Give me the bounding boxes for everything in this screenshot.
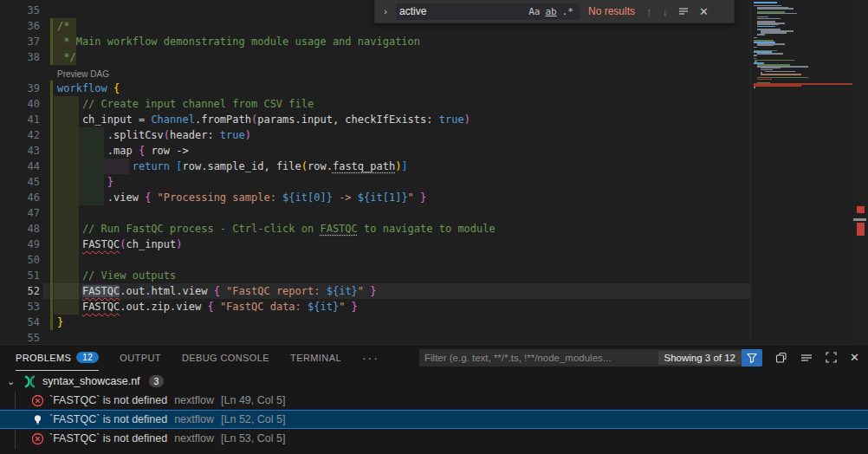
maximize-panel-icon[interactable] [826, 352, 837, 363]
code-token: } [57, 176, 113, 188]
tab-problems-label: PROBLEMS [16, 353, 71, 363]
code-line-42[interactable]: 42 .splitCsv(header: true) [0, 127, 750, 143]
code-token: ( [120, 238, 126, 250]
regex-icon[interactable]: .* [560, 6, 576, 17]
view-as-table-icon[interactable] [800, 352, 813, 364]
problems-file-row[interactable]: ⌄ syntax_showcase.nf 3 [0, 372, 868, 391]
code-token: header: [170, 129, 220, 141]
code-token: .out.html.view [120, 285, 213, 297]
code-line-49[interactable]: 49 FASTQC(ch_input) [0, 237, 750, 252]
error-icon [31, 432, 44, 445]
toggle-replace-icon[interactable]: › [380, 6, 391, 16]
whole-word-icon[interactable]: ab [543, 6, 560, 17]
code-token: .fromPath [195, 114, 251, 126]
line-number: 39 [0, 81, 40, 96]
code-line-43[interactable]: 43 .map { row -> [0, 143, 750, 159]
find-next-icon[interactable]: ↓ [660, 5, 671, 18]
chevron-down-icon[interactable]: ⌄ [7, 376, 23, 387]
code-line-53[interactable]: 53 FASTQC.out.zip.view { "FastQC data: $… [0, 299, 750, 315]
tab-output[interactable]: OUTPUT [120, 345, 161, 371]
line-number: 38 [0, 49, 40, 65]
code-text: } [57, 315, 63, 330]
code-token: true [439, 114, 464, 126]
line-number: 40 [0, 96, 40, 112]
close-panel-icon[interactable]: ✕ [850, 351, 859, 364]
views-icon[interactable] [775, 352, 787, 364]
code-token: "FastQC report: [220, 285, 327, 297]
tab-terminal[interactable]: TERMINAL [290, 345, 341, 371]
git-gutter-indicator [50, 237, 53, 252]
minimap[interactable] [750, 0, 852, 344]
git-gutter-indicator [50, 112, 53, 127]
tab-problems[interactable]: PROBLEMS 12 [16, 345, 99, 371]
code-line-37[interactable]: 37 * Main workflow demonstrating module … [0, 34, 750, 49]
code-token: { [207, 301, 213, 313]
indent-guide-band [54, 252, 79, 268]
code-token: } [370, 285, 376, 297]
line-number: 52 [0, 283, 40, 299]
code-line-50[interactable]: 50 [0, 252, 750, 268]
problem-row[interactable]: `FASTQC` is not definednextflow[Ln 49, C… [0, 391, 868, 410]
problem-location: [Ln 52, Col 5] [221, 413, 285, 425]
code-line-41[interactable]: 41 ch_input = Channel.fromPath(params.in… [0, 112, 750, 127]
code-token [57, 238, 82, 250]
tab-debug-console[interactable]: DEBUG CONSOLE [182, 345, 269, 371]
code-line-52[interactable]: 52 FASTQC.out.html.view { "FastQC report… [0, 283, 750, 299]
find-previous-icon[interactable]: ↑ [644, 5, 655, 18]
code-lines[interactable]: 3536/*37 * Main workflow demonstrating m… [0, 0, 868, 344]
code-line-55[interactable]: 55 [0, 330, 750, 344]
code-editor[interactable]: 3536/*37 * Main workflow demonstrating m… [0, 0, 868, 344]
code-line-46[interactable]: 46 .view { "Processing sample: ${it[0]} … [0, 190, 750, 205]
git-gutter-indicator [50, 127, 53, 143]
filter-funnel-icon[interactable] [742, 349, 762, 366]
code-line-54[interactable]: 54} [0, 315, 750, 330]
problems-count-badge: 12 [76, 352, 99, 363]
code-token: FASTQC [320, 223, 357, 235]
code-token: * Main workflow demonstrating module usa… [57, 36, 420, 48]
find-input[interactable]: active Aa ab .* [396, 3, 580, 20]
error-icon [31, 394, 44, 407]
code-line-45[interactable]: 45 } [0, 174, 750, 190]
close-find-icon[interactable]: ✕ [696, 5, 711, 18]
problem-message: `FASTQC` is not defined [49, 413, 167, 425]
code-line-39[interactable]: 39workflow { [0, 81, 750, 96]
minimap-line [757, 26, 775, 28]
code-token: "FastQC data: [214, 301, 308, 313]
code-line-38[interactable]: 38 */ [0, 49, 750, 65]
code-line-48[interactable]: 48 // Run FastQC process - Ctrl-click on… [0, 221, 750, 237]
code-token: -> [333, 191, 358, 204]
code-token: row -> [145, 145, 189, 157]
git-gutter-indicator [50, 252, 53, 268]
code-line-51[interactable]: 51 // View outputs [0, 268, 750, 283]
code-text: // Run FastQC process - Ctrl-click on FA… [57, 221, 496, 237]
more-tabs-icon[interactable]: ··· [362, 345, 379, 371]
line-number: 51 [0, 268, 40, 283]
line-number: 44 [0, 159, 40, 174]
code-token: FASTQC [82, 238, 120, 250]
code-token: } [420, 191, 426, 204]
code-token: FASTQC [82, 301, 120, 313]
code-line-40[interactable]: 40 // Create input channel from CSV file [0, 96, 750, 112]
line-number: 48 [0, 221, 40, 237]
match-case-icon[interactable]: Aa [526, 6, 542, 17]
code-text: */ [57, 49, 76, 65]
code-text: } [57, 174, 113, 190]
problem-row[interactable]: `FASTQC` is not definednextflow[Ln 52, C… [0, 410, 868, 429]
codelens-preview-dag[interactable]: Preview DAG [57, 65, 109, 81]
code-token: " [408, 191, 420, 204]
minimap-line [754, 2, 777, 3]
line-number: 37 [0, 34, 40, 49]
code-token: " [358, 285, 370, 297]
find-results-label: No results [585, 5, 638, 17]
find-in-selection-icon[interactable] [676, 6, 691, 16]
code-line-47[interactable]: 47 [0, 205, 750, 221]
overview-ruler[interactable] [852, 0, 868, 344]
code-token: // Run FastQC process - Ctrl-click on [57, 223, 320, 235]
problems-filter-input[interactable]: Filter (e.g. text, **/*.ts, !**/node_mod… [419, 349, 762, 366]
code-text: .view { "Processing sample: ${it[0]} -> … [57, 190, 426, 205]
problem-row[interactable]: `FASTQC` is not definednextflow[Ln 53, C… [0, 429, 868, 448]
find-query[interactable]: active [399, 5, 526, 17]
git-gutter-indicator [50, 315, 53, 330]
code-line-44[interactable]: 44 return [row.sample_id, file(row.fastq… [0, 159, 750, 174]
git-gutter-indicator [50, 221, 53, 237]
